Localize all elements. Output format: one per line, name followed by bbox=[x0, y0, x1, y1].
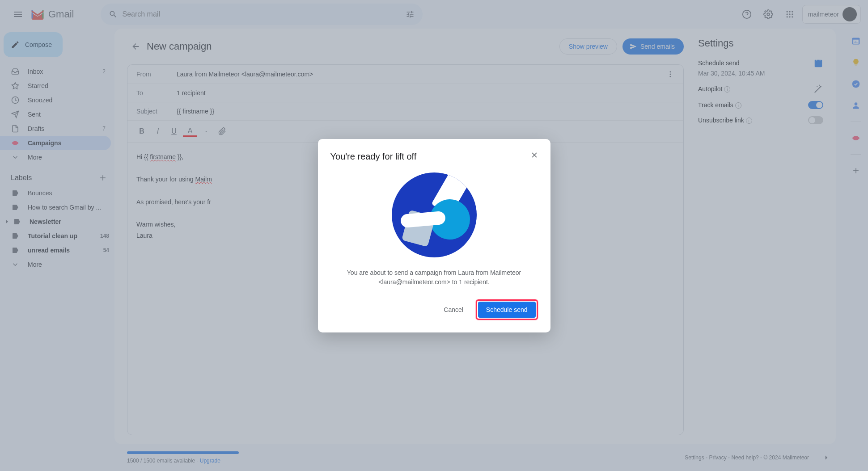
close-icon bbox=[530, 151, 539, 160]
modal-cancel-button[interactable]: Cancel bbox=[438, 303, 469, 317]
modal-text: You are about to send a campaign from La… bbox=[330, 268, 538, 287]
modal: You're ready for lift off You are about … bbox=[318, 139, 550, 332]
modal-overlay[interactable]: You're ready for lift off You are about … bbox=[0, 0, 868, 471]
modal-title: You're ready for lift off bbox=[330, 151, 538, 162]
modal-close-button[interactable] bbox=[527, 148, 542, 162]
modal-illustration bbox=[392, 172, 477, 257]
modal-actions: Cancel Schedule send bbox=[330, 299, 538, 320]
modal-schedule-button[interactable]: Schedule send bbox=[478, 302, 536, 318]
highlight-box: Schedule send bbox=[476, 299, 538, 320]
